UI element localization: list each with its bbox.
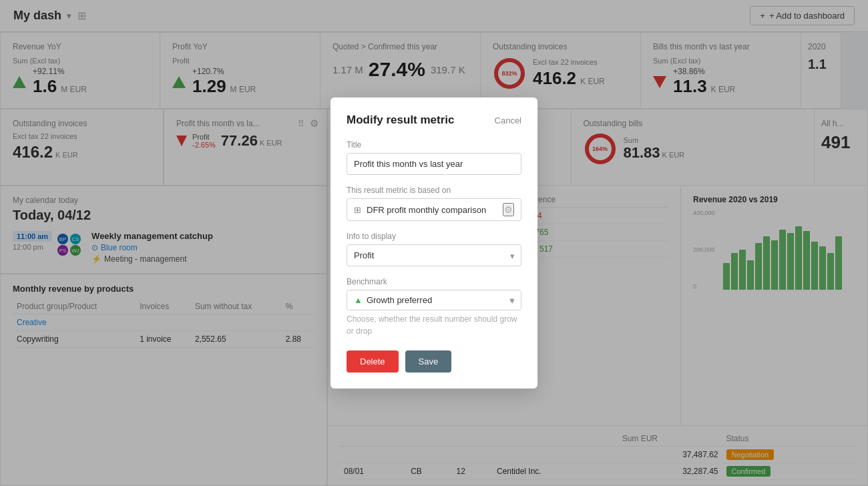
metric-gear-button[interactable]: ⚙: [503, 203, 514, 216]
metric-icon: ⊞: [354, 205, 361, 215]
based-on-label: This result metric is based on: [347, 186, 521, 195]
info-select[interactable]: Profit: [347, 244, 521, 266]
save-button[interactable]: Save: [405, 350, 452, 373]
modal-title: Modify result metric: [347, 113, 455, 127]
modal-header: Modify result metric Cancel: [347, 113, 521, 127]
benchmark-select-display[interactable]: ▲ Growth preferred ▾: [347, 290, 521, 310]
info-label: Info to display: [347, 232, 521, 241]
benchmark-select-wrapper[interactable]: ▲ Growth preferred ▾: [347, 290, 521, 310]
benchmark-hint: Choose, whether the result number should…: [347, 313, 521, 337]
title-form-group: Title: [347, 140, 521, 175]
modal-actions: Delete Save: [347, 350, 521, 373]
delete-button[interactable]: Delete: [347, 350, 399, 373]
metric-select[interactable]: ⊞ DFR profit monthly comparison ⚙: [347, 198, 521, 221]
benchmark-label: Benchmark: [347, 277, 521, 286]
title-input[interactable]: [347, 153, 521, 175]
title-field-label: Title: [347, 140, 521, 150]
info-select-wrapper[interactable]: Profit: [347, 244, 521, 266]
metric-name: DFR profit monthly comparison: [367, 205, 497, 215]
benchmark-form-group: Benchmark ▲ Growth preferred ▾ Choose, w…: [347, 277, 521, 337]
cancel-button[interactable]: Cancel: [495, 115, 521, 126]
based-on-form-group: This result metric is based on ⊞ DFR pro…: [347, 186, 521, 221]
benchmark-arrow-icon: ▲: [354, 295, 363, 305]
modal-overlay: Modify result metric Cancel Title This r…: [0, 0, 868, 486]
benchmark-chevron-icon: ▾: [509, 295, 514, 305]
info-form-group: Info to display Profit: [347, 232, 521, 266]
benchmark-value: Growth preferred: [367, 295, 509, 305]
modify-metric-modal: Modify result metric Cancel Title This r…: [331, 97, 537, 389]
